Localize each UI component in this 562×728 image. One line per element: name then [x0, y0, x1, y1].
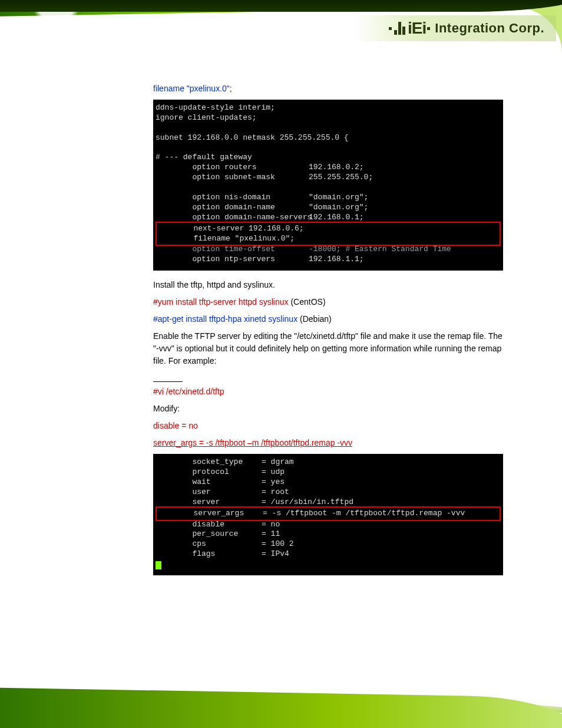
- page-header: iEi Integration Corp.: [0, 0, 562, 71]
- term-line: option subnet-mask255.255.255.0;: [156, 173, 501, 183]
- brand-logo-letters: iEi: [408, 19, 426, 38]
- term-line: [156, 183, 501, 193]
- term-line: wait= yes: [156, 477, 501, 487]
- term-line: [156, 123, 501, 133]
- command-line: #apt-get install tftpd-hpa xinetd syslin…: [153, 313, 503, 325]
- term-line: next-server 192.168.0.6;: [157, 224, 500, 234]
- cmd-vi: #vi /etc/xinetd.d/tftp: [153, 386, 503, 398]
- term-line: server_args= -s /tftpboot -m /tftpboot/t…: [157, 509, 500, 519]
- term-line: option time-offset-18000; # Eastern Stan…: [156, 245, 501, 255]
- term-highlight-box: next-server 192.168.0.6; filename "pxeli…: [156, 222, 501, 246]
- term-line: ddns-update-style interim;: [156, 103, 501, 113]
- brand-name: Integration Corp.: [435, 21, 544, 36]
- cfg-disable: disable = no: [153, 420, 503, 432]
- term-line: socket_type= dgram: [156, 457, 501, 467]
- term-line: subnet 192.168.0.0 netmask 255.255.255.0…: [156, 133, 501, 143]
- term-line: # --- default gateway: [156, 153, 501, 163]
- page: iEi Integration Corp. filename "pxelinux…: [0, 0, 562, 728]
- term-line: disable= no: [156, 520, 501, 530]
- term-line: option nis-domain"domain.org";: [156, 193, 501, 203]
- cfg-server-args: server_args = -s /tftpboot –m /tftpboot/…: [153, 437, 503, 449]
- brand-logo-icon: iEi: [389, 19, 431, 38]
- paragraph-enable-tftp: Enable the TFTP server by editing the "/…: [153, 330, 503, 367]
- term-line: option ntp-servers192.168.1.1;: [156, 255, 501, 265]
- term-line: [156, 143, 501, 153]
- paragraph-install: Install the tftp, httpd and syslinux.: [153, 279, 503, 291]
- term-line: user= root: [156, 487, 501, 498]
- term-line: option routers192.168.0.2;: [156, 163, 501, 173]
- header-ribbon: [0, 0, 562, 12]
- term-line: protocol= udp: [156, 467, 501, 477]
- term-line: per_source= 11: [156, 529, 501, 539]
- term-highlight-box: server_args= -s /tftpboot -m /tftpboot/t…: [156, 506, 501, 521]
- page-footer: [0, 687, 562, 728]
- separator: [153, 381, 183, 382]
- term-line: flags= IPv4: [156, 549, 501, 559]
- terminal-xinetd-tftp: socket_type= dgram protocol= udp wait= y…: [153, 454, 503, 575]
- brand: iEi Integration Corp.: [353, 15, 556, 41]
- cmd-apt-note: (Debian): [297, 314, 332, 324]
- config-line-filename: filename "pxelinux.0";: [153, 83, 503, 95]
- cmd-yum: #yum install tftp-server httpd syslinux: [153, 297, 289, 307]
- terminal-dhcpd-conf: ddns-update-style interim; ignore client…: [153, 100, 503, 271]
- label-modify: Modify:: [153, 403, 503, 415]
- term-line: cps= 100 2: [156, 539, 501, 549]
- command-line: #yum install tftp-server httpd syslinux …: [153, 296, 503, 308]
- term-line: ignore client-updates;: [156, 113, 501, 123]
- cmd-apt: #apt-get install tftpd-hpa xinetd syslin…: [153, 314, 297, 324]
- term-line: option domain-name"domain.org";: [156, 203, 501, 213]
- terminal-cursor-icon: [156, 561, 161, 569]
- cmd-yum-note: (CentOS): [289, 297, 326, 307]
- document-body: filename "pxelinux.0"; ddns-update-style…: [0, 71, 562, 607]
- term-line: filename "pxelinux.0";: [157, 234, 500, 244]
